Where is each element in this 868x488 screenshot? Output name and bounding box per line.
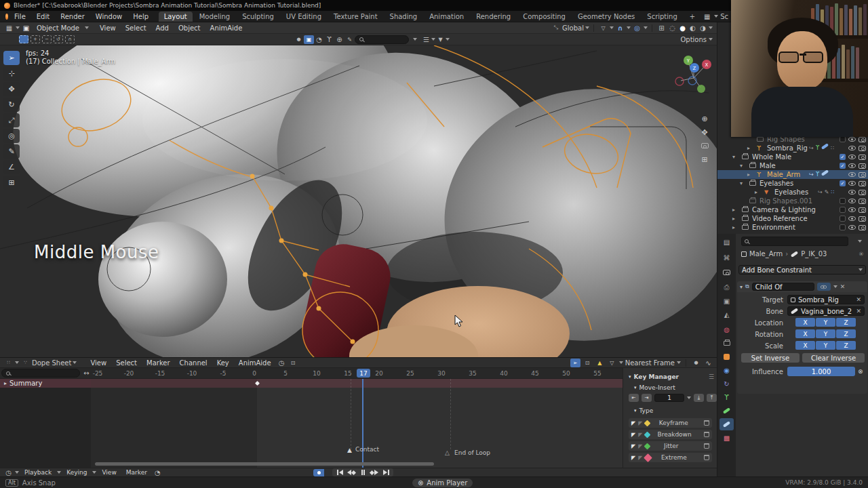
- expand-arrow-icon[interactable]: ▸: [732, 207, 735, 213]
- collection-checkbox[interactable]: [840, 136, 846, 142]
- collection-checkbox[interactable]: [840, 216, 846, 222]
- render-camera-icon[interactable]: [859, 172, 866, 178]
- select-mode-new-icon[interactable]: [19, 35, 28, 43]
- deselect-cursor-icon[interactable]: ◤: [638, 432, 642, 438]
- breadcrumb-bone[interactable]: P_IK_03: [801, 250, 827, 258]
- filter-paint-icon[interactable]: ✎: [344, 35, 355, 44]
- tab-physics-icon[interactable]: ◉: [719, 364, 734, 376]
- collection-checkbox[interactable]: [840, 198, 846, 204]
- delete-icon[interactable]: [704, 420, 709, 426]
- outliner-row-sombra-rig[interactable]: ▸ ϒ Sombra_Rig ↪ϒ∷: [717, 144, 868, 152]
- scale-y-toggle[interactable]: Y: [816, 341, 835, 350]
- delete-icon[interactable]: [704, 443, 709, 449]
- delete-icon[interactable]: [704, 432, 709, 437]
- location-y-toggle[interactable]: Y: [816, 318, 835, 327]
- render-camera-icon[interactable]: [859, 225, 866, 230]
- editor-mode-dropdown[interactable]: Dope Sheet: [32, 359, 71, 367]
- tab-tool-icon[interactable]: ⌘: [719, 251, 734, 264]
- select-mode-invert-icon[interactable]: ↺: [54, 35, 63, 43]
- menu-channel[interactable]: Channel: [176, 359, 212, 367]
- viewport-search-input[interactable]: [355, 35, 409, 44]
- shading-solid-icon[interactable]: ●: [678, 24, 687, 32]
- clear-icon[interactable]: ✕: [856, 308, 861, 314]
- shading-rendered-icon[interactable]: ◑: [698, 24, 707, 32]
- location-x-toggle[interactable]: X: [795, 318, 815, 327]
- tool-add-cube-icon[interactable]: ⊞: [3, 176, 20, 190]
- perspective-toggle-icon[interactable]: ⊞: [698, 155, 711, 164]
- outliner-row-eyelashes-collection[interactable]: ▾ Eyelashes ✓: [717, 179, 868, 188]
- tool-measure-icon[interactable]: ∠: [3, 160, 20, 174]
- workspace-tab-texture-paint[interactable]: Texture Paint: [328, 12, 383, 22]
- render-camera-icon[interactable]: [859, 190, 866, 195]
- mode-dropdown[interactable]: Object Mode: [33, 24, 83, 33]
- scale-z-toggle[interactable]: Z: [836, 341, 856, 350]
- render-camera-icon[interactable]: [859, 155, 866, 160]
- shading-wireframe-icon[interactable]: ◌: [668, 24, 677, 32]
- menu-keying[interactable]: Keying: [62, 468, 91, 476]
- workspace-tab-shading[interactable]: Shading: [384, 12, 423, 22]
- pan-view-icon[interactable]: ✥: [698, 128, 711, 137]
- collection-checkbox[interactable]: ✓: [840, 163, 846, 169]
- influence-slider[interactable]: 1.000: [787, 367, 855, 376]
- hide-eye-icon[interactable]: [848, 181, 856, 186]
- snap-mode-dropdown[interactable]: Nearest Frame: [625, 359, 675, 367]
- workspace-tab-layout[interactable]: Layout: [159, 12, 193, 22]
- menu-edit[interactable]: Edit: [32, 12, 54, 22]
- drag-handle-icon[interactable]: ☰: [709, 373, 714, 380]
- outliner-row-eyelashes-object[interactable]: ▸ ▼ Eyelashes ↪✎∷: [717, 188, 868, 197]
- playhead-frame-badge[interactable]: 17: [357, 369, 370, 378]
- view-layer-icon[interactable]: ▦: [702, 12, 712, 21]
- workspace-tab-uv-editing[interactable]: UV Editing: [281, 12, 327, 22]
- channel-search-input[interactable]: [1, 369, 80, 378]
- tab-object-icon[interactable]: [719, 350, 734, 363]
- menu-select[interactable]: Select: [121, 24, 151, 33]
- select-mode-extend-icon[interactable]: +: [31, 35, 40, 43]
- marker-triangle-end-of-loop[interactable]: △: [445, 449, 450, 456]
- collapse-arrow-icon[interactable]: ▾: [740, 180, 743, 186]
- key-type-breakdown[interactable]: ◤ ◤ Breakdown: [629, 430, 712, 439]
- outliner-row-whole-male[interactable]: ▾ Whole Male ✓: [717, 152, 868, 161]
- filter-funnel-icon[interactable]: ▽: [607, 359, 617, 367]
- snap-cursor-icon[interactable]: ⊡: [288, 359, 298, 367]
- key-type-jitter[interactable]: ◤ ◤ Jitter: [629, 441, 712, 451]
- viewport-3d[interactable]: fps: 24 (17) Collection | Male_Arm ➢ ⊹ ✥…: [0, 45, 717, 357]
- list-display-icon[interactable]: ☰: [421, 35, 431, 44]
- workspace-tab-rendering[interactable]: Rendering: [471, 12, 516, 22]
- menu-marker[interactable]: Marker: [122, 468, 151, 476]
- keyframe-grid[interactable]: ▲ Contact △ End of Loop: [91, 379, 623, 468]
- shading-material-icon[interactable]: ◐: [688, 24, 697, 32]
- tab-collection-icon[interactable]: [719, 337, 734, 349]
- workspace-tab-sculpting[interactable]: Sculpting: [237, 12, 279, 22]
- filter-mesh-icon[interactable]: ▣: [304, 35, 314, 44]
- camera-view-icon[interactable]: [698, 142, 711, 150]
- menu-file[interactable]: File: [9, 12, 31, 22]
- close-icon[interactable]: ✕: [840, 283, 846, 290]
- falloff-curve-icon[interactable]: ∿: [703, 359, 713, 367]
- hide-eye-icon[interactable]: [848, 199, 856, 203]
- tool-scale-icon[interactable]: ⤢: [3, 113, 20, 127]
- tab-bone-icon[interactable]: [719, 405, 734, 417]
- select-cursor-icon[interactable]: ◤: [631, 432, 635, 438]
- rotation-x-toggle[interactable]: X: [795, 329, 815, 338]
- menu-object[interactable]: Object: [174, 24, 205, 33]
- auto-keying-record-button[interactable]: [313, 469, 324, 476]
- hide-eye-icon[interactable]: [848, 172, 856, 177]
- render-camera-icon[interactable]: [859, 163, 866, 169]
- jump-right-button[interactable]: ⇥: [642, 394, 652, 402]
- select-cursor-icon[interactable]: ◤: [631, 455, 635, 461]
- expand-arrow-icon[interactable]: ▸: [747, 145, 750, 151]
- stopwatch-icon[interactable]: ◔: [153, 468, 163, 477]
- filter-armature-icon[interactable]: ϒ: [324, 35, 334, 44]
- move-insert-header[interactable]: ▾ Move-Insert: [634, 384, 675, 391]
- editor-type-icon[interactable]: ▦: [4, 24, 14, 33]
- proportional-edit-icon[interactable]: ◎: [632, 24, 642, 33]
- snap-magnet-icon[interactable]: ∩: [615, 24, 625, 33]
- outliner-row-camera-lighting[interactable]: ▸ Camera & Lighting: [717, 205, 868, 214]
- menu-animaide[interactable]: AnimAide: [235, 359, 275, 367]
- tool-cursor-icon[interactable]: ⊹: [3, 66, 20, 81]
- menu-view[interactable]: View: [98, 468, 120, 476]
- deselect-cursor-icon[interactable]: ◤: [638, 420, 642, 426]
- outliner-row-rig-shapes-001[interactable]: Rig Shapes.001: [717, 197, 868, 205]
- menu-animaide[interactable]: AnimAide: [206, 24, 247, 33]
- anim-player-badge[interactable]: ⊗ Anim Player: [412, 479, 473, 487]
